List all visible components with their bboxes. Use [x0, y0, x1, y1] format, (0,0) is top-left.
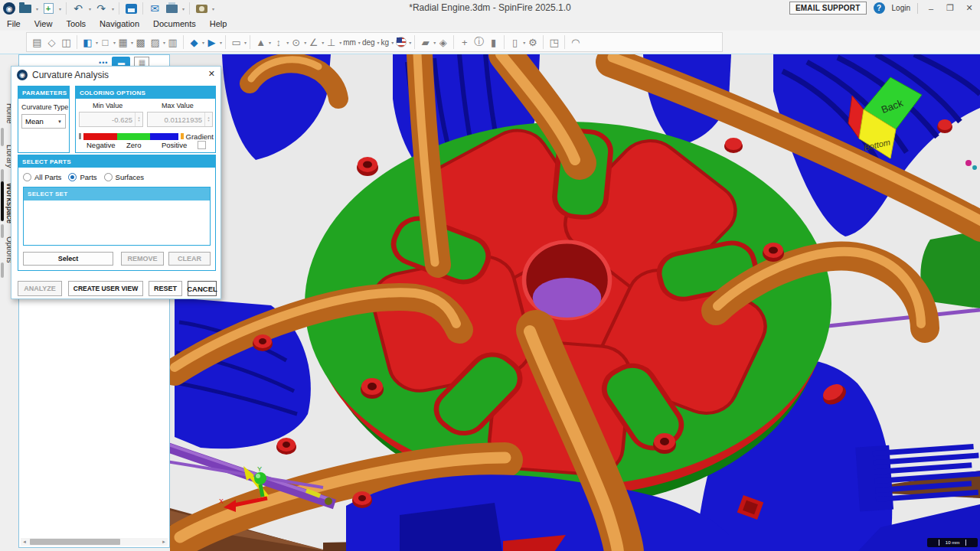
- section-icon[interactable]: ▥: [166, 34, 179, 50]
- settings-gear-icon[interactable]: ⚙: [526, 34, 539, 50]
- undo-caret-icon[interactable]: ▾: [89, 6, 91, 11]
- radio-parts[interactable]: Parts: [68, 173, 96, 181]
- snapshot-caret-icon[interactable]: ▾: [212, 6, 214, 11]
- remove-button[interactable]: REMOVE: [121, 252, 164, 266]
- spinner-icon[interactable]: ▲▼: [135, 112, 142, 126]
- scrollbar-thumb[interactable]: [30, 539, 120, 545]
- quad-view-caret-icon[interactable]: ▾: [131, 40, 133, 45]
- menu-file[interactable]: File: [0, 18, 28, 29]
- measure-point-icon[interactable]: ⊙: [289, 34, 302, 50]
- wireframe-caret-icon[interactable]: ▾: [113, 40, 116, 45]
- length-unit-select[interactable]: mm: [341, 38, 358, 47]
- new-document-caret-icon[interactable]: ▾: [59, 6, 61, 11]
- scale-bar-label: 10 mm: [939, 540, 966, 546]
- radio-surfaces[interactable]: Surfaces: [104, 173, 145, 181]
- measure-angle-caret-icon[interactable]: ▾: [322, 40, 324, 45]
- menu-view[interactable]: View: [28, 18, 60, 29]
- hatch-caret-icon[interactable]: ▾: [163, 40, 165, 45]
- orient-view-icon[interactable]: ▶: [205, 34, 218, 50]
- create-user-view-button[interactable]: CREATE USER VIEW: [68, 281, 143, 296]
- solid-shade-icon[interactable]: ▩: [134, 34, 147, 50]
- markup-caret-icon[interactable]: ▾: [433, 40, 436, 45]
- notes-icon[interactable]: ▯: [508, 34, 521, 50]
- dialog-title-bar[interactable]: ◉ Curvature Analysis ✕: [11, 67, 220, 83]
- info-icon[interactable]: ⓘ: [472, 34, 485, 50]
- menu-documents[interactable]: Documents: [146, 18, 203, 29]
- select-set-list[interactable]: SELECT SET: [23, 187, 211, 246]
- presentation-icon[interactable]: ◠: [569, 34, 582, 50]
- menu-navigation[interactable]: Navigation: [93, 18, 146, 29]
- redo-caret-icon[interactable]: ▾: [112, 6, 114, 11]
- login-button[interactable]: Login: [892, 4, 910, 12]
- horizontal-scrollbar[interactable]: ◂ ▸: [21, 538, 168, 546]
- orient-view-caret-icon[interactable]: ▾: [220, 40, 222, 45]
- share-window-icon[interactable]: ◳: [547, 34, 560, 50]
- radio-all-parts[interactable]: All Parts: [23, 173, 61, 181]
- viewport-3d[interactable]: Y X Back Bottom 10 mm: [170, 54, 980, 551]
- scroll-right-icon[interactable]: ▸: [160, 539, 168, 545]
- locale-caret-icon[interactable]: ▾: [409, 40, 411, 45]
- minimize-button[interactable]: –: [925, 4, 937, 13]
- markup-icon[interactable]: ▰: [419, 34, 432, 50]
- select-button[interactable]: Select: [23, 252, 113, 266]
- mass-unit-select[interactable]: kg: [380, 38, 391, 47]
- locale-flag-icon[interactable]: [394, 34, 407, 50]
- datum-icon[interactable]: ⊥: [325, 34, 338, 50]
- measure-point-caret-icon[interactable]: ▾: [304, 40, 306, 45]
- undo-icon[interactable]: ↶: [71, 2, 85, 15]
- redo-icon[interactable]: ↷: [94, 2, 108, 15]
- cancel-button[interactable]: CANCEL: [188, 281, 217, 296]
- open-file-caret-icon[interactable]: ▾: [36, 6, 38, 11]
- email-icon[interactable]: ✉: [148, 2, 162, 15]
- shading-caret-icon[interactable]: ▾: [96, 40, 98, 45]
- capture-view-icon[interactable]: ◫: [60, 34, 73, 50]
- print-icon[interactable]: [165, 2, 178, 15]
- print-caret-icon[interactable]: ▾: [182, 6, 185, 11]
- workspace-pages-icon[interactable]: ▤: [31, 34, 44, 50]
- help-icon[interactable]: ?: [874, 2, 885, 14]
- view-monitor-caret-icon[interactable]: ▾: [244, 40, 247, 45]
- open-file-icon[interactable]: [18, 2, 32, 15]
- save-icon[interactable]: [124, 2, 138, 15]
- snapshot-icon[interactable]: [194, 2, 208, 15]
- menu-help[interactable]: Help: [203, 18, 234, 29]
- explode-icon[interactable]: ▲: [254, 34, 267, 50]
- new-document-icon[interactable]: +: [41, 2, 55, 15]
- min-value-input[interactable]: -0.625 ▲▼: [79, 112, 143, 127]
- wireframe-icon[interactable]: □: [99, 34, 112, 50]
- pmi-cube-icon[interactable]: ◈: [436, 34, 449, 50]
- gradient-checkbox[interactable]: [198, 141, 206, 149]
- curvature-type-select[interactable]: Mean ▼: [21, 114, 66, 129]
- hatch-texture-icon[interactable]: ▨: [149, 34, 162, 50]
- mass-unit-caret-icon[interactable]: ▾: [391, 40, 394, 45]
- stats-icon[interactable]: ▮: [487, 34, 500, 50]
- explode-caret-icon[interactable]: ▾: [269, 40, 271, 45]
- menu-tools[interactable]: Tools: [59, 18, 93, 29]
- notes-caret-icon[interactable]: ▾: [523, 40, 525, 45]
- reset-button[interactable]: RESET: [149, 281, 182, 296]
- dialog-close-icon[interactable]: ✕: [208, 69, 215, 79]
- restore-button[interactable]: ❐: [944, 3, 956, 13]
- clear-button[interactable]: CLEAR: [168, 252, 211, 266]
- analyze-button[interactable]: ANALYZE: [18, 281, 62, 296]
- spinner-icon[interactable]: ▲▼: [204, 112, 212, 126]
- fit-all-icon[interactable]: ◆: [188, 34, 201, 50]
- max-value-input[interactable]: 0.01121935 ▲▼: [147, 112, 213, 127]
- close-button[interactable]: ✕: [963, 3, 975, 13]
- fit-all-caret-icon[interactable]: ▾: [202, 40, 204, 45]
- app-logo-icon[interactable]: ◉: [3, 2, 15, 15]
- measure-distance-icon[interactable]: ↕: [272, 34, 285, 50]
- measure-angle-icon[interactable]: ∠: [307, 34, 320, 50]
- email-support-button[interactable]: EMAIL SUPPORT: [789, 2, 867, 15]
- view-monitor-icon[interactable]: ▭: [230, 34, 243, 50]
- scroll-left-icon[interactable]: ◂: [21, 539, 28, 545]
- angle-unit-select[interactable]: deg: [361, 38, 377, 47]
- coloring-options-section: COLORING OPTIONS Min Value Max Value -0.…: [75, 86, 216, 153]
- quad-view-icon[interactable]: ▦: [116, 34, 129, 50]
- shading-icon[interactable]: ◧: [81, 34, 94, 50]
- main-toolbar: ▤ ◇ ◫ ◧ ▾ □ ▾ ▦ ▾ ▩ ▨ ▾ ▥ ◆ ▾ ▶ ▾ ▭ ▾ ▲ …: [0, 31, 980, 54]
- measure-distance-caret-icon[interactable]: ▾: [286, 40, 289, 45]
- model-cube-icon[interactable]: ◇: [45, 34, 58, 50]
- panel-thumbnails-icon[interactable]: •••: [99, 59, 108, 67]
- axes-icon[interactable]: +: [458, 34, 471, 50]
